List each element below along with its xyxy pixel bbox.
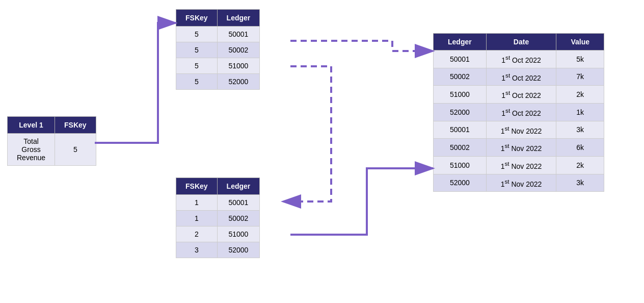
table-right: Ledger Date Value 50001 1st Oct 2022 5k … <box>433 33 604 192</box>
cell-ledger: 50001 <box>217 195 260 211</box>
cell-value: 1k <box>556 103 604 121</box>
table-top-mid: FSKey Ledger 5 50001 5 50002 5 51000 5 5… <box>176 9 260 90</box>
cell-ledger: 51000 <box>434 86 487 104</box>
cell-ledger: 52000 <box>434 174 487 192</box>
cell-date: 1st Oct 2022 <box>486 103 556 121</box>
cell-value: 3k <box>556 121 604 139</box>
col-value-right: Value <box>556 34 604 50</box>
cell-ledger: 50001 <box>217 27 260 42</box>
cell-date: 1st Oct 2022 <box>486 50 556 68</box>
cell-fskey: 5 <box>176 42 218 58</box>
cell-ledger: 50001 <box>434 50 487 68</box>
cell-fskey: 3 <box>176 242 218 258</box>
cell-ledger: 51000 <box>217 58 260 74</box>
col-ledger-topmid: Ledger <box>217 10 260 27</box>
table-row: 5 52000 <box>176 74 260 90</box>
cell-ledger: 50002 <box>217 211 260 226</box>
cell-ledger: 52000 <box>434 103 487 121</box>
cell-ledger: 50001 <box>434 121 487 139</box>
col-ledger-right: Ledger <box>434 34 487 50</box>
col-fskey-botmid: FSKey <box>176 178 218 195</box>
cell-fskey: 2 <box>176 226 218 242</box>
table-row: 5 51000 <box>176 58 260 74</box>
cell-fskey: 1 <box>176 195 218 211</box>
table-row: 5 50002 <box>176 42 260 58</box>
table-row: 1 50001 <box>176 195 260 211</box>
arrow-topmid-to-botmid <box>283 66 331 201</box>
cell-fskey: 5 <box>176 58 218 74</box>
cell-ledger: 50002 <box>217 42 260 58</box>
table-row: 51000 1st Nov 2022 2k <box>434 156 604 174</box>
cell-value: 6k <box>556 139 604 157</box>
table-row: 1 50002 <box>176 211 260 226</box>
table-row: 5 50001 <box>176 27 260 42</box>
cell-date: 1st Oct 2022 <box>486 68 556 86</box>
cell-fskey: 1 <box>176 211 218 226</box>
arrow-left-to-topmid <box>95 23 176 143</box>
cell-ledger: 51000 <box>217 226 260 242</box>
cell-fskey-5-left: 5 <box>55 134 96 166</box>
table-row: 52000 1st Nov 2022 3k <box>434 174 604 192</box>
cell-date: 1st Nov 2022 <box>486 139 556 157</box>
table-row: 52000 1st Oct 2022 1k <box>434 103 604 121</box>
table-row: 50002 1st Nov 2022 6k <box>434 139 604 157</box>
cell-date: 1st Oct 2022 <box>486 86 556 104</box>
arrow-topmid-to-right <box>290 41 433 51</box>
cell-ledger: 51000 <box>434 156 487 174</box>
table-bot-mid: FSKey Ledger 1 50001 1 50002 2 51000 3 5… <box>176 178 260 258</box>
cell-value: 5k <box>556 50 604 68</box>
cell-value: 3k <box>556 174 604 192</box>
table-row: 51000 1st Oct 2022 2k <box>434 86 604 104</box>
cell-date: 1st Nov 2022 <box>486 174 556 192</box>
table-row: TotalGrossRevenue 5 <box>8 134 96 166</box>
cell-value: 2k <box>556 86 604 104</box>
cell-total-gross: TotalGrossRevenue <box>8 134 55 166</box>
col-level1: Level 1 <box>8 117 55 134</box>
cell-ledger: 50002 <box>434 68 487 86</box>
table-row: 2 51000 <box>176 226 260 242</box>
cell-date: 1st Nov 2022 <box>486 121 556 139</box>
cell-fskey: 5 <box>176 27 218 42</box>
table-row: 50001 1st Nov 2022 3k <box>434 121 604 139</box>
table-row: 50001 1st Oct 2022 5k <box>434 50 604 68</box>
cell-ledger: 52000 <box>217 74 260 90</box>
col-fskey-left: FSKey <box>55 117 96 134</box>
col-fskey-topmid: FSKey <box>176 10 218 27</box>
table-left: Level 1 FSKey TotalGrossRevenue 5 <box>7 116 96 166</box>
cell-date: 1st Nov 2022 <box>486 156 556 174</box>
cell-ledger: 50002 <box>434 139 487 157</box>
table-row: 50002 1st Oct 2022 7k <box>434 68 604 86</box>
arrow-botmid-to-right <box>290 168 433 235</box>
cell-value: 7k <box>556 68 604 86</box>
col-ledger-botmid: Ledger <box>217 178 260 195</box>
col-date-right: Date <box>486 34 556 50</box>
cell-fskey: 5 <box>176 74 218 90</box>
table-row: 3 52000 <box>176 242 260 258</box>
cell-ledger: 52000 <box>217 242 260 258</box>
diagram: Level 1 FSKey TotalGrossRevenue 5 FSKey … <box>0 0 644 303</box>
cell-value: 2k <box>556 156 604 174</box>
